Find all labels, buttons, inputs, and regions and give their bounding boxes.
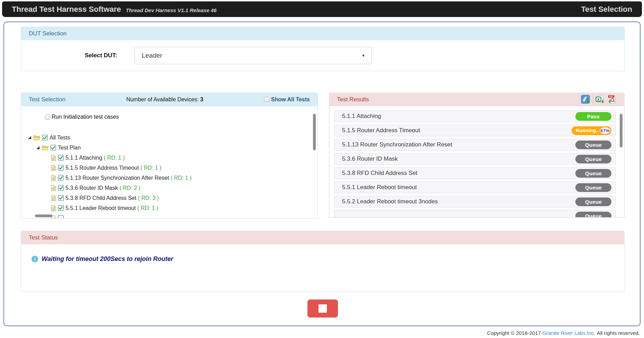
info-icon: i — [32, 256, 38, 262]
result-row[interactable]: Queue — [334, 210, 616, 218]
folder-open-icon — [33, 135, 40, 141]
dut-panel-title: DUT Selection — [29, 30, 67, 37]
dut-select[interactable]: Leader ▼ — [134, 47, 372, 64]
test-label[interactable]: 5.3.6 Router ID Mask ( RD: 2 ) — [66, 185, 140, 191]
document-icon — [51, 165, 56, 171]
result-row[interactable]: 5.5.2 Leader Reboot timeout 3nodes Queue — [334, 196, 616, 208]
test-selection-header: Test Selection Number of Available Devic… — [21, 93, 318, 106]
footer: Copyright © 2016-2017Granite River Labs … — [487, 330, 640, 336]
copyright-suffix: All rights reserved. — [597, 330, 640, 336]
excel-export-icon[interactable]: X — [595, 95, 605, 104]
show-all-tests-toggle[interactable]: Show All Tests — [264, 96, 310, 103]
result-row[interactable]: 5.1.5 Router Address Timeout Running..67… — [334, 125, 616, 136]
folder-open-icon — [42, 145, 49, 151]
checkbox-checked-icon[interactable] — [58, 185, 64, 191]
result-row[interactable]: 5.3.6 Router ID Mask Queue — [334, 153, 616, 165]
horizontal-scrollbar-thumb[interactable] — [35, 214, 52, 217]
run-init-row[interactable]: Run Initialization test cases — [45, 114, 317, 120]
vertical-scrollbar-thumb[interactable] — [620, 114, 623, 147]
pdf-export-icon[interactable]: PDF — [607, 95, 617, 104]
test-results-header: Test Results X PDF — [329, 93, 625, 106]
checkbox-checked-icon[interactable] — [58, 165, 64, 171]
results-list: 5.1.1 Attaching Pass 5.1.5 Router Addres… — [329, 110, 624, 218]
run-init-checkbox[interactable] — [45, 115, 50, 120]
status-badge: Running..67% — [572, 126, 611, 135]
show-all-tests-checkbox[interactable] — [264, 97, 269, 102]
tree-test-item[interactable]: 5.3.6 Router ID Mask ( RD: 2 ) — [21, 183, 317, 193]
checkbox-checked-icon[interactable] — [50, 145, 56, 151]
result-test-name: 5.1.1 Attaching — [342, 113, 381, 120]
tree-root-node[interactable]: All Tests — [21, 133, 317, 143]
run-init-label: Run Initialization test cases — [52, 114, 119, 120]
test-selection-title: Test Selection — [29, 96, 66, 103]
result-row[interactable]: 5.1.1 Attaching Pass — [334, 110, 616, 122]
document-icon — [51, 205, 56, 211]
tree-group-label[interactable]: Test Plan — [58, 145, 81, 151]
company-link[interactable]: Granite River Labs Inc. — [542, 330, 595, 336]
test-label[interactable]: 5.3.8 RFD Child Address Set ( RD: 3 ) — [66, 195, 159, 201]
result-test-name: 5.5.2 Leader Reboot timeout 3nodes — [342, 198, 438, 205]
dut-selected-value: Leader — [142, 52, 162, 59]
main-container: DUT Selection Select DUT: Leader ▼ Test … — [3, 22, 641, 326]
test-label[interactable]: 5.1.1 Attaching ( RD: 1 ) — [66, 155, 125, 161]
checkbox-checked-icon[interactable] — [58, 155, 64, 161]
dropdown-caret-icon: ▼ — [362, 53, 365, 58]
test-selection-panel: Test Selection Number of Available Devic… — [21, 93, 318, 219]
app-title: Thread Test Harness Software — [12, 5, 121, 14]
test-status-body: i Waiting for timeout 200Secs to rejoin … — [21, 244, 625, 292]
checkbox-checked-icon[interactable] — [42, 135, 48, 141]
status-badge: Queue — [575, 169, 611, 178]
show-all-tests-label: Show All Tests — [271, 96, 310, 103]
test-label[interactable]: 5.1.5 Router Address Timeout ( RD: 1 ) — [66, 165, 162, 171]
result-test-name: 5.3.8 RFD Child Address Set — [342, 170, 417, 177]
dut-panel-body: Select DUT: Leader ▼ — [21, 40, 625, 71]
test-status-panel: Test Status i Waiting for timeout 200Sec… — [21, 231, 625, 292]
result-row[interactable]: 5.5.1 Leader Reboot timeout Queue — [334, 181, 616, 193]
checkbox-checked-icon[interactable] — [58, 215, 64, 219]
result-row[interactable]: 5.1.13 Router Synchronization After Rese… — [334, 139, 616, 151]
status-message: Waiting for timeout 200Secs to rejoin Ro… — [42, 255, 173, 263]
select-dut-label: Select DUT: — [78, 52, 117, 59]
test-status-header: Test Status — [21, 231, 625, 244]
status-badge: Queue — [575, 197, 611, 206]
result-row[interactable]: 5.3.8 RFD Child Address Set Queue — [334, 167, 616, 179]
document-icon — [51, 185, 56, 191]
checkbox-checked-icon[interactable] — [58, 195, 64, 201]
stop-button[interactable] — [307, 299, 338, 318]
test-label[interactable]: 5.1.13 Router Synchronization After Rese… — [66, 175, 192, 181]
document-icon — [51, 195, 56, 201]
tree-test-item[interactable]: 5.1.1 Attaching ( RD: 1 ) — [21, 153, 317, 163]
page-title: Test Selection — [581, 5, 632, 14]
result-test-name: 5.3.6 Router ID Mask — [342, 155, 398, 162]
app-header: Thread Test Harness Software Thread Dev … — [2, 1, 642, 17]
status-badge: Pass — [575, 112, 611, 121]
copyright-prefix: Copyright © 2016-2017 — [487, 330, 541, 336]
tree-test-item-partial[interactable] — [21, 213, 317, 219]
tree-test-item[interactable]: 5.5.1 Leader Reboot timeout ( RD: 1 ) — [21, 203, 317, 213]
status-badge: Queue — [575, 141, 611, 149]
progress-indicator: 67% — [600, 127, 610, 134]
result-test-name: 5.1.13 Router Synchronization After Rese… — [342, 141, 452, 148]
tree-group-node[interactable]: Test Plan — [21, 143, 317, 153]
test-status-title: Test Status — [29, 234, 58, 241]
test-results-panel: Test Results X PDF 5.1.1 Attaching — [329, 93, 625, 219]
tree-test-item[interactable]: 5.1.5 Router Address Timeout ( RD: 1 ) — [21, 163, 317, 173]
svg-text:PDF: PDF — [609, 95, 613, 98]
vertical-scrollbar-thumb[interactable] — [313, 114, 316, 150]
wireshark-export-icon[interactable] — [581, 95, 590, 104]
tree-root-label[interactable]: All Tests — [50, 135, 70, 141]
stop-icon — [319, 304, 327, 313]
dut-panel-header: DUT Selection — [21, 27, 625, 40]
test-selection-body: Run Initialization test cases All Tests … — [21, 106, 318, 219]
expander-open-icon[interactable] — [28, 136, 32, 140]
result-test-name: 5.5.1 Leader Reboot timeout — [342, 184, 417, 191]
icon-divider — [593, 95, 593, 104]
checkbox-checked-icon[interactable] — [58, 205, 64, 211]
svg-text:X: X — [597, 98, 600, 102]
app-subtitle: Thread Dev Harness V1.1 Release 46 — [126, 7, 217, 13]
tree-test-item[interactable]: 5.1.13 Router Synchronization After Rese… — [21, 173, 317, 183]
test-label[interactable]: 5.5.1 Leader Reboot timeout ( RD: 1 ) — [66, 205, 158, 211]
checkbox-checked-icon[interactable] — [58, 175, 64, 181]
expander-open-icon[interactable] — [36, 146, 40, 150]
tree-test-item[interactable]: 5.3.8 RFD Child Address Set ( RD: 3 ) — [21, 193, 317, 203]
